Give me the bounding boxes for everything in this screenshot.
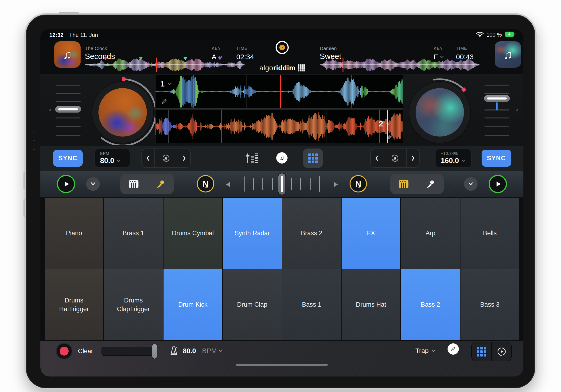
pad-drum-kick[interactable]: Drum Kick <box>163 269 222 340</box>
mixer-icon[interactable] <box>247 153 258 163</box>
deck2-tempo-offset: +10.34% <box>441 151 471 156</box>
deck1-bpm-box[interactable]: BPM 80.0 <box>95 149 130 168</box>
loop-toggle-button[interactable]: 8 <box>154 149 178 167</box>
status-date: Thu 11. Jun <box>69 32 98 38</box>
home-indicator[interactable] <box>236 364 328 366</box>
sequence-slider[interactable] <box>101 347 156 356</box>
pad-label: Drums HatTrigger <box>51 296 97 313</box>
deck1-jog-wheel[interactable] <box>87 77 158 148</box>
deck2-options-button[interactable] <box>464 177 478 191</box>
deck1-sync-button[interactable]: SYNC <box>53 150 83 167</box>
volume-up-button <box>23 172 25 189</box>
microphone-icon <box>426 180 435 188</box>
loop-halve-button[interactable] <box>142 149 154 167</box>
deck1-pitch-fader <box>56 74 81 146</box>
pad-label: Bass 3 <box>480 300 500 309</box>
deck2-vocal-stem-button[interactable] <box>417 174 444 194</box>
cue-marker[interactable] <box>139 57 143 60</box>
pad-label: Bass 1 <box>302 300 321 309</box>
cue-marker[interactable] <box>183 57 187 60</box>
deck2-neural-mix-button[interactable]: N <box>350 175 367 193</box>
pad-drums-claptrigger[interactable]: Drums ClapTrigger <box>104 269 163 340</box>
overview-playhead <box>156 58 157 72</box>
deck1-album-art[interactable]: ♫ <box>54 41 81 68</box>
microphone-icon <box>156 180 165 188</box>
note-icon: ♪ <box>515 106 518 113</box>
pad-drum-clap[interactable]: Drum Clap <box>223 269 282 340</box>
grid-icon <box>477 347 486 357</box>
battery-percent: 100 % <box>486 32 502 38</box>
deck2-number[interactable]: 2 <box>379 119 391 128</box>
preset-dropdown[interactable]: Trap <box>415 347 436 355</box>
deck1-neural-mix-button[interactable]: N <box>197 175 214 193</box>
pad-mode-grid-button[interactable] <box>472 342 491 361</box>
pad-bass-3[interactable]: Bass 3 <box>460 269 519 340</box>
pad-arp[interactable]: Arp <box>401 198 460 269</box>
crossfader-left-arrow[interactable] <box>226 182 230 187</box>
pad-synth-radar[interactable]: Synth Radar <box>223 198 282 269</box>
deck2-fader-handle[interactable] <box>483 95 510 102</box>
session-bpm-unit[interactable]: BPM <box>202 347 223 355</box>
grid-icon <box>308 153 318 163</box>
pads-view-button[interactable] <box>303 149 323 168</box>
pad-brass-2[interactable]: Brass 2 <box>282 198 341 269</box>
slider-handle[interactable] <box>152 344 157 359</box>
deck2-waveform-panel[interactable]: 2 ✎ <box>155 109 403 143</box>
music-note-icon: ♫ <box>503 47 513 62</box>
deck1-overview-waveform[interactable] <box>85 58 245 71</box>
pad-label: FX <box>367 229 375 237</box>
pad-label: Drum Clap <box>237 300 267 309</box>
crossfader-handle[interactable] <box>278 173 286 195</box>
pad-drums-cymbal[interactable]: Drums Cymbal <box>163 198 222 269</box>
cue-marker[interactable] <box>103 57 108 60</box>
pad-drums-hattrigger[interactable]: Drums HatTrigger <box>45 269 103 340</box>
edit-pads-button[interactable]: ✎ <box>448 343 459 355</box>
pad-piano[interactable]: Piano <box>45 198 103 269</box>
controls-bar: SYNC BPM 80.0 8 <box>40 145 523 171</box>
pad-label: Brass 2 <box>301 229 323 237</box>
library-music-button[interactable]: ♫ <box>276 152 288 163</box>
crossfader-right-arrow[interactable] <box>334 182 338 187</box>
record-button[interactable] <box>56 343 72 359</box>
pad-label: Drum Kick <box>178 300 207 309</box>
deck1-options-button[interactable] <box>86 177 100 191</box>
mic-hole <box>33 131 34 132</box>
deck2-overview-waveform[interactable] <box>320 58 479 71</box>
loop-toggle-button[interactable]: 8 <box>383 149 407 167</box>
deck1-fader-handle[interactable] <box>54 105 82 113</box>
clear-button[interactable]: Clear <box>78 348 93 355</box>
session-bpm-value[interactable]: 80.0 <box>183 347 196 355</box>
chevron-down-icon <box>432 349 436 352</box>
deck1-vocal-stem-button[interactable] <box>147 174 174 194</box>
loop-double-button[interactable] <box>178 149 190 167</box>
metronome-icon[interactable] <box>169 346 179 357</box>
deck2-instrument-stem-button[interactable] <box>390 174 417 194</box>
deck2-cue-line <box>387 110 388 143</box>
pad-label: Arp <box>425 229 435 237</box>
pad-brass-1[interactable]: Brass 1 <box>104 198 163 269</box>
deck1-instrument-stem-button[interactable] <box>120 174 147 194</box>
chevron-down-icon <box>440 55 444 58</box>
loop-halve-button[interactable] <box>371 149 383 167</box>
pad-bells[interactable]: Bells <box>460 198 519 269</box>
cue-marker[interactable] <box>218 57 222 60</box>
deck2-play-button[interactable] <box>489 175 507 193</box>
deck1-waveform-panel[interactable]: 1 ✎ <box>155 75 403 108</box>
deck2-album-art[interactable]: ♫ <box>495 41 521 68</box>
pad-drums-hat[interactable]: Drums Hat <box>342 269 400 340</box>
deck1-number[interactable]: 1 <box>160 79 172 88</box>
deck2-jog-wheel[interactable] <box>405 77 475 148</box>
wifi-icon <box>476 32 484 38</box>
loop-double-button[interactable] <box>407 149 419 167</box>
pad-mode-sequencer-button[interactable] <box>491 342 511 361</box>
pad-fx[interactable]: FX <box>342 198 400 269</box>
status-time-date: 12:32Thu 11. Jun <box>49 32 98 38</box>
pad-bass-1[interactable]: Bass 1 <box>282 269 341 340</box>
deck2-bpm-box[interactable]: +10.34% 160.0 <box>435 149 472 168</box>
pad-bass-2[interactable]: Bass 2 <box>401 269 460 340</box>
edit-pencil-icon[interactable]: ✎ <box>161 98 167 106</box>
deck1-play-button[interactable] <box>57 175 75 193</box>
keyboard-icon <box>129 180 139 188</box>
status-time: 12:32 <box>49 32 64 38</box>
deck2-sync-button[interactable]: SYNC <box>482 150 511 167</box>
